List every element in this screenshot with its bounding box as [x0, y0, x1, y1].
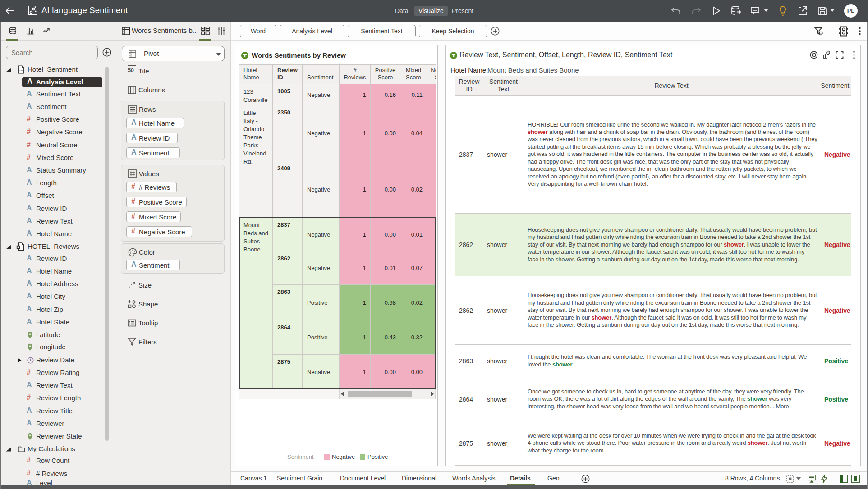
svg-text:csv: csv: [19, 69, 23, 72]
